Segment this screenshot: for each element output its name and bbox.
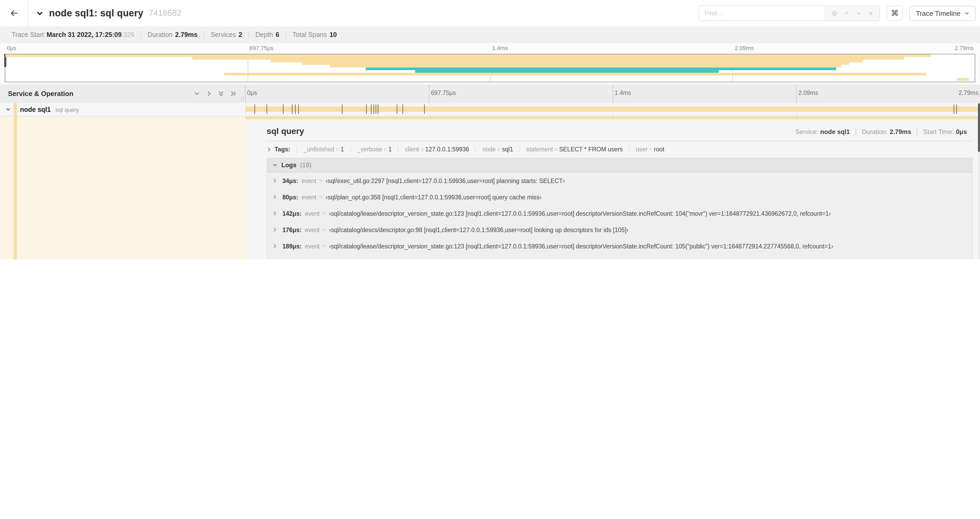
span-row[interactable]: node sql1 sql query <box>0 103 980 117</box>
span-duration-bar[interactable] <box>245 107 978 112</box>
span-detail-panel: sql query Service:node sql1 Duration:2.7… <box>245 117 978 260</box>
log-tick-mark[interactable] <box>342 104 342 114</box>
logs-count: (18) <box>300 161 312 169</box>
log-tick-mark[interactable] <box>371 104 371 114</box>
log-tick-mark[interactable] <box>403 104 403 114</box>
tags-toggle[interactable]: Tags: <box>267 146 297 152</box>
minimap-canvas[interactable] <box>5 54 975 82</box>
log-field-key: event <box>301 194 316 200</box>
tags-list: _unfinished=1 _verbose=1 client=127.0.0.… <box>297 146 671 152</box>
ruler-label: 697.75μs <box>250 45 274 51</box>
keyboard-shortcuts-button[interactable]: ⌘ <box>887 6 902 21</box>
tags-row: Tags: _unfinished=1 _verbose=1 client=12… <box>267 141 973 158</box>
ruler-label: 2.09ms <box>735 45 754 51</box>
log-tick-mark[interactable] <box>956 104 957 114</box>
log-row[interactable]: 176μs: event = ‹sql/catalog/descs/descri… <box>267 222 972 238</box>
log-tick-mark[interactable] <box>366 104 367 114</box>
chevron-down-icon[interactable] <box>5 107 11 112</box>
expand-collapse-controls <box>193 90 245 97</box>
log-tick-mark[interactable] <box>378 104 378 114</box>
detail-title-row: sql query Service:node sql1 Duration:2.7… <box>267 119 973 141</box>
chevron-right-icon <box>272 195 277 200</box>
log-tick-mark[interactable] <box>292 104 293 114</box>
detail-left-column <box>0 117 246 260</box>
span-color-strip <box>14 103 17 116</box>
log-tick-mark[interactable] <box>374 104 374 114</box>
trace-timeline-dropdown[interactable]: Trace Timeline <box>909 6 976 21</box>
ruler-label: 0μs <box>247 89 257 96</box>
log-row[interactable]: 34μs: event = ‹sql/exec_util.go:2297 [ns… <box>267 172 972 189</box>
chevron-down-icon[interactable] <box>36 9 44 17</box>
clear-find-icon[interactable] <box>868 10 873 16</box>
span-row-name-column[interactable]: node sql1 sql query <box>0 103 246 116</box>
tag-item[interactable]: node=sql1 <box>476 146 520 152</box>
grid-line <box>429 103 430 116</box>
log-tick-mark[interactable] <box>299 104 299 114</box>
page-title: node sql1: sql query <box>49 8 143 19</box>
column-resize-grip[interactable]: || <box>241 96 245 101</box>
minimap-span-bar <box>330 65 841 67</box>
detail-stat-item: Start Time:0μs <box>917 128 973 136</box>
span-service-name: node sql1 <box>20 106 51 113</box>
log-row[interactable]: 189μs: event = ‹sql/catalog/lease/descri… <box>267 238 972 254</box>
tag-item[interactable]: client=127.0.0.1:59936 <box>398 146 476 152</box>
log-tick-mark[interactable] <box>424 104 425 114</box>
expand-one-icon[interactable] <box>205 90 212 97</box>
expand-all-icon[interactable] <box>230 90 237 97</box>
find-group <box>698 5 880 21</box>
log-row[interactable]: 201μs: event = ‹sql/catalog/lease/descri… <box>267 254 972 260</box>
log-tick-mark[interactable] <box>255 104 255 114</box>
log-tick-mark[interactable] <box>397 104 397 114</box>
log-tick-mark[interactable] <box>376 104 377 114</box>
log-tick-mark[interactable] <box>295 104 296 114</box>
tag-item[interactable]: _unfinished=1 <box>297 146 350 152</box>
grid-line <box>796 85 797 103</box>
arrow-left-icon <box>9 8 19 18</box>
log-row[interactable]: 142μs: event = ‹sql/catalog/lease/descri… <box>267 205 972 222</box>
vertical-scrollbar[interactable] <box>978 103 980 260</box>
tag-item[interactable]: statement=SELECT * FROM users <box>520 146 629 152</box>
log-timestamp: 34μs: <box>282 177 298 184</box>
ruler-label: 1.4ms <box>492 45 508 51</box>
back-button[interactable] <box>0 0 29 26</box>
scrollbar-thumb[interactable] <box>978 103 980 152</box>
collapse-all-icon[interactable] <box>218 90 224 97</box>
find-input[interactable] <box>699 6 824 21</box>
log-timestamp: 189μs: <box>282 243 302 249</box>
collapse-one-icon[interactable] <box>193 90 200 97</box>
grid-line <box>796 103 797 116</box>
prev-result-icon[interactable] <box>843 10 850 16</box>
detail-content: sql query Service:node sql1 Duration:2.7… <box>267 119 973 260</box>
logs-header[interactable]: Logs (18) <box>267 158 972 172</box>
detail-stat-item: Duration:2.79ms <box>856 128 917 136</box>
chevron-down-icon <box>964 11 969 16</box>
log-timestamp: 201μs: <box>282 259 302 260</box>
minimap-span-bar <box>302 62 849 65</box>
log-timestamp: 176μs: <box>282 227 302 233</box>
log-field-value: ‹sql/catalog/lease/descriptor_version_st… <box>329 243 833 249</box>
log-timestamp: 80μs: <box>282 194 298 200</box>
log-row[interactable]: 80μs: event = ‹sql/plan_opt.go:358 [nsql… <box>267 189 972 205</box>
minimap-span-bar <box>415 70 719 73</box>
ruler-label: 1.4ms <box>615 89 631 96</box>
trace-info-item: Duration2.79ms <box>141 31 204 38</box>
log-tick-mark[interactable] <box>283 104 283 114</box>
detail-stat-item: Service:node sql1 <box>789 128 856 136</box>
log-field-key: event <box>301 177 316 184</box>
log-tick-mark[interactable] <box>954 104 954 114</box>
tag-item[interactable]: _verbose=1 <box>350 146 398 152</box>
trace-id: 7418682 <box>149 8 181 18</box>
log-field-value: ‹sql/catalog/descs/descriptor.go:98 [nsq… <box>329 227 628 233</box>
chevron-right-icon <box>272 211 277 216</box>
minimap-span-bar <box>366 67 836 70</box>
tag-item[interactable]: user=root <box>629 146 671 152</box>
next-result-icon[interactable] <box>856 10 862 16</box>
log-tick-mark[interactable] <box>267 104 267 114</box>
span-row-timeline[interactable] <box>245 103 980 116</box>
timeline-minimap: 0μs697.75μs1.4ms2.09ms2.79ms <box>0 43 980 85</box>
chevron-right-icon <box>272 178 277 183</box>
trace-info-bar: Trace StartMarch 31 2022, 17:25:09.326 D… <box>0 26 980 44</box>
log-field-key: event <box>305 227 320 233</box>
trace-info-item: Total Spans10 <box>286 31 343 38</box>
locate-icon[interactable] <box>831 10 838 17</box>
